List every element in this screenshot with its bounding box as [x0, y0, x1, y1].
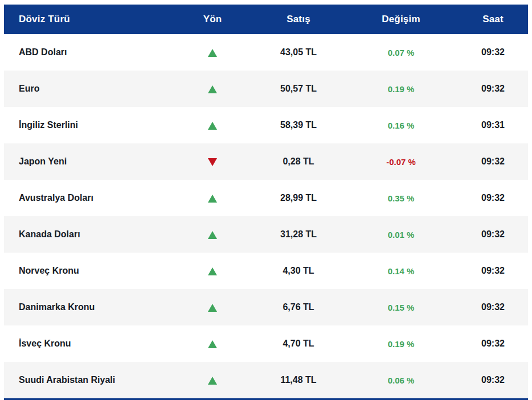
currency-name: İsveç Kronu [4, 325, 172, 362]
table-row: ABD Doları 43,05 TL 0.07 % 09:32 [4, 34, 528, 71]
up-triangle-icon [208, 49, 217, 57]
time-value: 09:32 [458, 143, 528, 180]
table-row: İsveç Kronu 4,70 TL 0.19 % 09:32 [4, 325, 528, 362]
price-value: 58,39 TL [253, 107, 344, 143]
time-value: 09:32 [458, 289, 528, 325]
table-row: Euro 50,57 TL 0.19 % 09:32 [4, 71, 528, 107]
header-row: Döviz Türü Yön Satış Değişim Saat [4, 5, 528, 34]
change-value: 0.15 % [344, 289, 458, 325]
up-triangle-icon [208, 122, 217, 130]
currency-name: Avustralya Doları [4, 180, 172, 216]
change-value: 0.19 % [344, 71, 458, 107]
currency-name: Euro [4, 71, 172, 107]
change-value: 0.14 % [344, 253, 458, 289]
table-row: Norveç Kronu 4,30 TL 0.14 % 09:32 [4, 253, 528, 289]
table-row: Suudi Arabistan Riyali 11,48 TL 0.06 % 0… [4, 362, 528, 398]
price-value: 4,30 TL [253, 253, 344, 289]
currency-rates-table: Döviz Türü Yön Satış Değişim Saat ABD Do… [4, 5, 528, 398]
time-value: 09:32 [458, 253, 528, 289]
up-triangle-icon [208, 85, 217, 93]
column-header-currency: Döviz Türü [4, 5, 172, 34]
change-value: 0.06 % [344, 362, 458, 398]
time-value: 09:32 [458, 34, 528, 71]
table-row: Danimarka Kronu 6,76 TL 0.15 % 09:32 [4, 289, 528, 325]
change-value: 0.19 % [344, 325, 458, 362]
time-value: 09:32 [458, 71, 528, 107]
currency-name: İngiliz Sterlini [4, 107, 172, 143]
column-header-direction: Yön [172, 5, 253, 34]
column-header-price: Satış [253, 5, 344, 34]
currency-name: Danimarka Kronu [4, 289, 172, 325]
time-value: 09:32 [458, 325, 528, 362]
time-value: 09:32 [458, 216, 528, 253]
price-value: 28,99 TL [253, 180, 344, 216]
time-value: 09:31 [458, 107, 528, 143]
time-value: 09:32 [458, 362, 528, 398]
time-value: 09:32 [458, 180, 528, 216]
change-value: 0.35 % [344, 180, 458, 216]
currency-name: Kanada Doları [4, 216, 172, 253]
table-row: Japon Yeni 0,28 TL -0.07 % 09:32 [4, 143, 528, 180]
up-triangle-icon [208, 195, 217, 203]
price-value: 4,70 TL [253, 325, 344, 362]
currency-rates-widget: Döviz Türü Yön Satış Değişim Saat ABD Do… [4, 5, 528, 398]
price-value: 0,28 TL [253, 143, 344, 180]
up-triangle-icon [208, 377, 217, 385]
price-value: 43,05 TL [253, 34, 344, 71]
change-value: 0.16 % [344, 107, 458, 143]
down-triangle-icon [208, 158, 217, 166]
price-value: 6,76 TL [253, 289, 344, 325]
price-value: 11,48 TL [253, 362, 344, 398]
table-header: Döviz Türü Yön Satış Değişim Saat [4, 5, 528, 34]
table-row: İngiliz Sterlini 58,39 TL 0.16 % 09:31 [4, 107, 528, 143]
up-triangle-icon [208, 267, 217, 275]
currency-name: Norveç Kronu [4, 253, 172, 289]
change-value: -0.07 % [344, 143, 458, 180]
currency-name: Suudi Arabistan Riyali [4, 362, 172, 398]
column-header-change: Değişim [344, 5, 458, 34]
price-value: 50,57 TL [253, 71, 344, 107]
column-header-time: Saat [458, 5, 528, 34]
table-row: Kanada Doları 31,28 TL 0.01 % 09:32 [4, 216, 528, 253]
change-value: 0.07 % [344, 34, 458, 71]
price-value: 31,28 TL [253, 216, 344, 253]
currency-name: Japon Yeni [4, 143, 172, 180]
currency-name: ABD Doları [4, 34, 172, 71]
table-row: Avustralya Doları 28,99 TL 0.35 % 09:32 [4, 180, 528, 216]
up-triangle-icon [208, 304, 217, 312]
up-triangle-icon [208, 340, 217, 348]
up-triangle-icon [208, 231, 217, 239]
change-value: 0.01 % [344, 216, 458, 253]
rates-table-body: ABD Doları 43,05 TL 0.07 % 09:32 Euro 50… [4, 34, 528, 398]
